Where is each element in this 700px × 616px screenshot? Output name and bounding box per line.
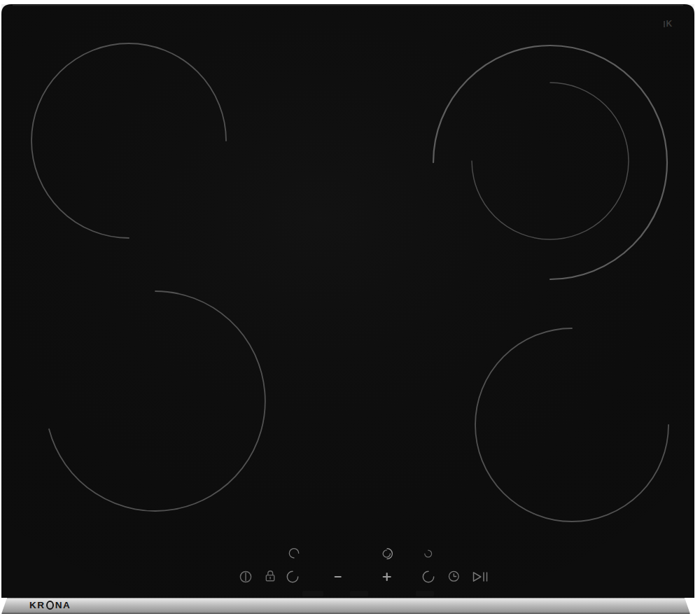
corner-etch-mark: K <box>664 19 672 29</box>
corner-etch-k: K <box>666 19 673 29</box>
reflection-blob <box>350 591 368 596</box>
cooktop-canvas <box>0 0 700 616</box>
brand-logo-right: NA <box>55 600 71 610</box>
steel-trim <box>1 598 690 614</box>
brand-logo-left: KR <box>29 600 46 610</box>
cooktop-photo: KR NA K <box>0 0 700 616</box>
brand-logo-o-ring-icon <box>46 601 54 610</box>
corner-etch-tick <box>664 21 665 27</box>
reflection-blob <box>302 591 323 596</box>
brand-logo: KR NA <box>29 598 71 612</box>
reflection-blob <box>416 591 434 596</box>
